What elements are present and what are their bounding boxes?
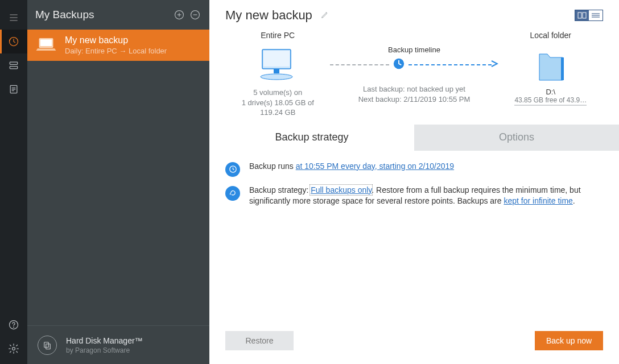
source-column: Entire PC 5 volume(s) on 1 drive(s) 18.0… [225,31,330,118]
product-name: Hard Disk Manager™ [66,336,143,345]
view-list-icon[interactable] [589,10,603,20]
action-bar: Restore Back up now [209,331,619,364]
svg-rect-20 [44,342,49,347]
svg-point-30 [261,74,292,80]
destination-column: Local folder D:\ 43.85 GB free of 43.9… [498,31,603,118]
timeline-clock-icon [393,57,405,72]
svg-rect-32 [561,57,564,80]
monitor-icon [225,44,330,88]
backup-list-item[interactable]: My new backup Daily: Entire PC → Local f… [27,30,209,61]
laptop-icon [35,36,57,54]
hamburger-icon[interactable] [0,6,27,30]
nav-backups-icon[interactable] [0,30,27,53]
retention-link[interactable]: kept for infinite time [504,196,572,205]
timeline-column: Backup timeline Last backup: not backed … [330,31,498,118]
source-stat-3: 119.24 GB [225,107,330,118]
timeline-label: Backup timeline [330,46,498,54]
recycle-icon [225,186,240,201]
help-icon[interactable] [0,313,27,337]
destination-path: D:\ [498,88,603,96]
sidebar-footer: Hard Disk Manager™ by Paragon Software [27,325,209,364]
schedule-link[interactable]: at 10:55 PM every day, starting on 2/10/… [296,162,454,171]
svg-rect-5 [10,67,17,69]
destination-space: 43.85 GB free of 43.9… [514,96,587,106]
nav-log-icon[interactable] [0,77,27,101]
svg-rect-23 [583,13,586,18]
tab-backup-strategy[interactable]: Backup strategy [209,125,414,151]
vendor-name: by Paragon Software [66,346,143,354]
schedule-text: Backup runs at 10:55 PM every day, start… [249,161,454,172]
page-title: My new backup [225,8,312,23]
destination-label: Local folder [498,31,603,40]
backup-item-description: Daily: Entire PC → Local folder [65,47,167,55]
svg-rect-19 [40,39,52,46]
strategy-text: Backup strategy: Full backups only. Rest… [249,185,603,207]
svg-rect-22 [578,13,581,18]
add-backup-icon[interactable] [173,9,185,21]
next-backup-text: Next backup: 2/11/2019 10:55 PM [330,94,498,105]
folder-icon [498,44,603,88]
source-stat-1: 5 volume(s) on [225,88,330,98]
restore-button[interactable]: Restore [225,331,294,350]
product-logo-icon [38,336,57,355]
source-label: Entire PC [225,31,330,40]
svg-rect-28 [263,51,290,67]
sidebar-title: My Backups [35,9,170,21]
sidebar: My Backups My new backup Daily: Entire P… [27,0,209,364]
svg-rect-4 [10,62,17,64]
settings-icon[interactable] [0,337,27,361]
svg-point-11 [14,327,14,328]
svg-point-12 [13,348,15,350]
edit-title-icon[interactable] [320,10,329,21]
view-toggle [575,10,603,21]
backup-item-name: My new backup [65,35,167,46]
arrow-right-icon [490,60,498,69]
nav-rail [0,0,27,364]
remove-backup-icon[interactable] [189,9,201,21]
tab-options[interactable]: Options [414,125,619,151]
main-panel: My new backup Entire PC 5 v [209,0,619,364]
svg-rect-21 [46,344,51,349]
view-grid-icon[interactable] [575,10,589,20]
last-backup-text: Last backup: not backed up yet [330,84,498,94]
svg-rect-29 [274,69,279,73]
clock-icon [225,162,240,177]
strategy-type-link[interactable]: Full backups only [311,185,372,195]
backup-now-button[interactable]: Back up now [535,331,603,350]
source-stat-2: 1 drive(s) 18.05 GB of [225,98,330,108]
nav-drives-icon[interactable] [0,53,27,77]
tabs: Backup strategy Options [209,125,619,151]
